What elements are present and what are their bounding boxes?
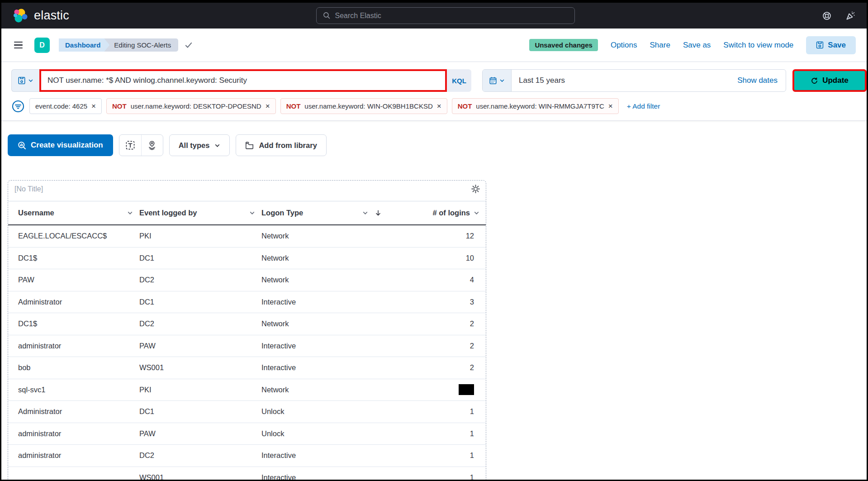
column-header-label: Username <box>18 209 54 217</box>
global-header: elastic Search Elastic <box>1 3 867 29</box>
column-header-label: Event logged by <box>139 209 197 217</box>
cell-event-logged-by: DC2 <box>139 319 261 328</box>
cell-logon-type: Unlock <box>261 429 394 438</box>
cell-logon-type: Network <box>261 386 394 394</box>
table-row: AdministratorDC1Interactive3 <box>8 291 486 314</box>
date-picker: Last 15 years Show dates <box>482 69 786 92</box>
cell-logins: 1 <box>394 451 486 460</box>
sort-desc-icon <box>375 210 382 217</box>
cell-logins: 2 <box>394 363 486 372</box>
cell-username: administrator <box>18 342 139 350</box>
table-row: sql-svc1PKINetwork <box>8 379 486 401</box>
filter-pill[interactable]: NOTuser.name.keyword: DESKTOP-DPOESND× <box>106 98 276 114</box>
filter-pill[interactable]: event.code: 4625× <box>29 98 102 114</box>
add-text-panel-icon[interactable] <box>119 135 141 156</box>
all-types-dropdown[interactable]: All types <box>169 134 230 156</box>
table-row: DC1$DC1Network10 <box>8 248 486 270</box>
cell-username: Administrator <box>18 298 139 306</box>
save-button[interactable]: Save <box>806 36 856 54</box>
cell-event-logged-by: WS001 <box>139 363 261 372</box>
add-from-library-button[interactable]: Add from library <box>236 134 326 156</box>
remove-filter-icon[interactable]: × <box>266 102 270 110</box>
table-row: DC1$DC2Network2 <box>8 313 486 335</box>
update-button[interactable]: Update <box>792 69 867 92</box>
newsfeed-icon[interactable] <box>845 10 856 21</box>
edit-toolbar: Create visualization All types <box>8 134 867 156</box>
filter-pill[interactable]: NOTuser.name.keyword: WIN-RMMGJA7T9TC× <box>452 98 619 114</box>
chevron-down-icon <box>474 210 479 216</box>
remove-filter-icon[interactable]: × <box>437 102 441 110</box>
cell-username: administrator <box>18 429 139 438</box>
cell-event-logged-by: PAW <box>139 429 261 438</box>
saved-query-menu-button[interactable] <box>11 69 39 92</box>
filter-label: user.name.keyword: WIN-OK9BH1BCKSD <box>304 102 432 110</box>
add-filter-button[interactable]: + Add filter <box>627 102 660 110</box>
cell-logon-type: Interactive <box>261 473 394 481</box>
cell-logins <box>394 384 486 395</box>
table-body: EAGLE.LOCAL/ESCACC$PKINetwork12DC1$DC1Ne… <box>8 225 486 481</box>
table-row: administratorPAWInteractive2 <box>8 335 486 357</box>
check-icon[interactable] <box>185 41 193 49</box>
brand: elastic <box>12 8 69 24</box>
cell-logon-type: Interactive <box>261 298 394 306</box>
remove-filter-icon[interactable]: × <box>608 102 613 110</box>
saved-query-icon <box>18 76 26 85</box>
search-placeholder: Search Elastic <box>335 12 381 20</box>
column-header[interactable]: Username <box>18 209 139 217</box>
query-language-button[interactable]: KQL <box>447 69 471 92</box>
cell-event-logged-by: DC1 <box>139 407 261 416</box>
cell-event-logged-by: PAW <box>139 342 261 350</box>
cell-event-logged-by: DC2 <box>139 276 261 284</box>
filter-pill[interactable]: NOTuser.name.keyword: WIN-OK9BH1BCKSD× <box>280 98 447 114</box>
column-header[interactable]: Logon Type <box>261 209 394 217</box>
logins-table: UsernameEvent logged byLogon Type# of lo… <box>8 201 486 481</box>
options-button[interactable]: Options <box>611 41 637 50</box>
breadcrumb-current: Editing SOC-Alerts <box>103 38 178 52</box>
table-row: AdministratorDC1Unlock1 <box>8 401 486 423</box>
cell-event-logged-by: WS001 <box>139 473 261 481</box>
query-text: NOT user.name: *$ AND winlog.channel.key… <box>47 76 247 85</box>
table-row: EAGLE.LOCAL/ESCACC$PKINetwork12 <box>8 225 486 248</box>
cell-event-logged-by: DC1 <box>139 254 261 262</box>
add-map-panel-icon[interactable] <box>141 135 163 156</box>
cell-logins: 12 <box>394 232 486 240</box>
app-window: elastic Search Elastic <box>0 0 868 481</box>
table-row: PAWDC2Network4 <box>8 269 486 291</box>
space-avatar[interactable]: D <box>34 38 50 53</box>
help-icon[interactable] <box>822 11 832 21</box>
cell-username: sql-svc1 <box>18 386 139 394</box>
share-button[interactable]: Share <box>650 41 670 50</box>
column-header[interactable]: # of logins <box>394 209 486 217</box>
unsaved-changes-badge: Unsaved changes <box>529 39 598 51</box>
table-row: administratorDC2Interactive1 <box>8 445 486 467</box>
show-dates-button[interactable]: Show dates <box>737 76 778 85</box>
breadcrumb-dashboard[interactable]: Dashboard <box>59 38 109 52</box>
cell-logins: 4 <box>394 276 486 284</box>
cell-username: DC1$ <box>18 254 139 262</box>
global-search-input[interactable]: Search Elastic <box>316 7 575 24</box>
date-quick-menu-button[interactable] <box>483 70 512 91</box>
panel-type-icon-group <box>119 134 163 156</box>
panel-title: [No Title] <box>14 185 43 193</box>
filter-negation-label: NOT <box>112 102 127 110</box>
filter-label: user.name.keyword: WIN-RMMGJA7T9TC <box>476 102 604 110</box>
chevron-down-icon <box>362 210 368 216</box>
table-row: WS001Interactive1 <box>8 467 486 481</box>
kql-query-input[interactable]: NOT user.name: *$ AND winlog.channel.key… <box>39 69 447 92</box>
create-visualization-button[interactable]: Create visualization <box>8 134 113 156</box>
filters-icon[interactable] <box>11 100 25 113</box>
table-row: administratorPAWUnlock1 <box>8 423 486 445</box>
panel-settings-icon[interactable] <box>471 184 480 195</box>
switch-to-view-mode-button[interactable]: Switch to view mode <box>723 41 793 50</box>
menu-icon[interactable] <box>12 40 24 51</box>
time-range-value[interactable]: Last 15 years <box>519 76 565 85</box>
cell-username: bob <box>18 363 139 372</box>
save-as-button[interactable]: Save as <box>683 41 711 50</box>
chevron-down-icon <box>499 78 505 83</box>
query-section: NOT user.name: *$ AND winlog.channel.key… <box>1 62 867 121</box>
cell-username: PAW <box>18 276 139 284</box>
cell-logins: 1 <box>394 429 486 438</box>
column-header[interactable]: Event logged by <box>139 209 261 217</box>
cell-logon-type: Network <box>261 254 394 262</box>
remove-filter-icon[interactable]: × <box>91 102 96 110</box>
